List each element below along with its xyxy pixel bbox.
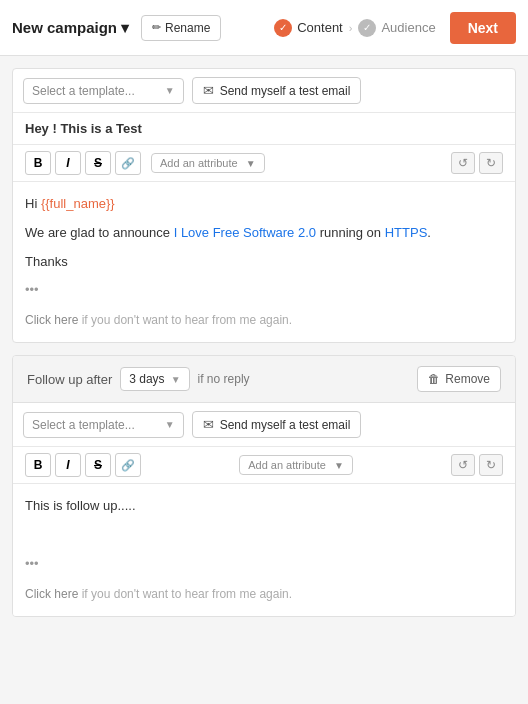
followup-template-arrow: ▼ <box>165 419 175 430</box>
email-block-1: Select a template... ▼ ✉ Send myself a t… <box>12 68 516 343</box>
email1-editor-toolbar: B I S 🔗 Add an attribute ▼ ↺ ↻ <box>13 145 515 182</box>
test-email-label-1: Send myself a test email <box>220 84 351 98</box>
trash-icon: 🗑 <box>428 372 440 386</box>
attribute-arrow-1: ▼ <box>246 158 256 169</box>
unsubscribe-text-1: if you don't want to hear from me again. <box>78 313 292 327</box>
email1-toolbar: Select a template... ▼ ✉ Send myself a t… <box>13 69 515 113</box>
undo-redo-2: ↺ ↻ <box>451 454 503 476</box>
undo-button-2[interactable]: ↺ <box>451 454 475 476</box>
attribute-arrow-2: ▼ <box>334 460 344 471</box>
followup-body-blank <box>25 525 503 546</box>
days-arrow: ▼ <box>171 374 181 385</box>
undo-redo-1: ↺ ↻ <box>451 152 503 174</box>
step-audience: ✓ Audience <box>358 19 435 37</box>
step-content: ✓ Content <box>274 19 343 37</box>
link-button-1[interactable]: 🔗 <box>115 151 141 175</box>
followup-unsubscribe: Click here if you don't want to hear fro… <box>25 585 503 604</box>
pencil-icon: ✏ <box>152 21 161 34</box>
template-select-arrow: ▼ <box>165 85 175 96</box>
email1-ellipsis: ••• <box>25 280 503 301</box>
email1-subject-text: Hey ! This is a Test <box>25 121 142 136</box>
envelope-icon-2: ✉ <box>203 417 214 432</box>
italic-button-2[interactable]: I <box>55 453 81 477</box>
unsubscribe-link-2[interactable]: Click here <box>25 587 78 601</box>
envelope-icon-1: ✉ <box>203 83 214 98</box>
strikethrough-button-2[interactable]: S <box>85 453 111 477</box>
email1-greeting: Hi {{full_name}} <box>25 194 503 215</box>
followup-template-select[interactable]: Select a template... ▼ <box>23 412 184 438</box>
strikethrough-button-1[interactable]: S <box>85 151 111 175</box>
unsubscribe-text-2: if you don't want to hear from me again. <box>78 587 292 601</box>
remove-label: Remove <box>445 372 490 386</box>
followup-email-block: Select a template... ▼ ✉ Send myself a t… <box>13 403 515 616</box>
rename-button[interactable]: ✏ Rename <box>141 15 221 41</box>
followup-body-line1: This is follow up..... <box>25 496 503 517</box>
attribute-placeholder-2: Add an attribute <box>248 459 326 471</box>
days-value: 3 days <box>129 372 164 386</box>
followup-ellipsis: ••• <box>25 554 503 575</box>
attribute-select-1[interactable]: Add an attribute ▼ <box>151 153 265 173</box>
test-email-button-2[interactable]: ✉ Send myself a test email <box>192 411 362 438</box>
test-email-label-2: Send myself a test email <box>220 418 351 432</box>
followup-email-toolbar: Select a template... ▼ ✉ Send myself a t… <box>13 403 515 447</box>
audience-check-icon: ✓ <box>358 19 376 37</box>
test-email-button-1[interactable]: ✉ Send myself a test email <box>192 77 362 104</box>
steps: ✓ Content › ✓ Audience Next <box>274 12 516 44</box>
followup-block: Follow up after 3 days ▼ if no reply 🗑 R… <box>12 355 516 617</box>
email1-thanks: Thanks <box>25 252 503 273</box>
content-step-label: Content <box>297 20 343 35</box>
followup-label: Follow up after <box>27 372 112 387</box>
redo-button-2[interactable]: ↻ <box>479 454 503 476</box>
followup-editor-toolbar: B I S 🔗 Add an attribute ▼ ↺ ↻ <box>13 447 515 484</box>
template-select-placeholder: Select a template... <box>32 84 135 98</box>
if-no-reply-text: if no reply <box>198 372 250 386</box>
attribute-select-2[interactable]: Add an attribute ▼ <box>239 455 353 475</box>
remove-button[interactable]: 🗑 Remove <box>417 366 501 392</box>
link-button-2[interactable]: 🔗 <box>115 453 141 477</box>
followup-email-body: This is follow up..... ••• Click here if… <box>13 484 515 616</box>
bold-button-2[interactable]: B <box>25 453 51 477</box>
email1-paragraph: We are glad to announce I Love Free Soft… <box>25 223 503 244</box>
campaign-title-text: New campaign <box>12 19 117 36</box>
followup-template-placeholder: Select a template... <box>32 418 135 432</box>
attribute-placeholder-1: Add an attribute <box>160 157 238 169</box>
main-content: Select a template... ▼ ✉ Send myself a t… <box>0 56 528 629</box>
redo-button-1[interactable]: ↻ <box>479 152 503 174</box>
email1-unsubscribe: Click here if you don't want to hear fro… <box>25 311 503 330</box>
campaign-title-chevron[interactable]: ▾ <box>121 19 129 37</box>
followup-header: Follow up after 3 days ▼ if no reply 🗑 R… <box>13 356 515 403</box>
rename-label: Rename <box>165 21 210 35</box>
undo-button-1[interactable]: ↺ <box>451 152 475 174</box>
days-select[interactable]: 3 days ▼ <box>120 367 189 391</box>
template-select-1[interactable]: Select a template... ▼ <box>23 78 184 104</box>
content-check-icon: ✓ <box>274 19 292 37</box>
step-arrow: › <box>349 22 353 34</box>
email1-subject: Hey ! This is a Test <box>13 113 515 145</box>
email1-body: Hi {{full_name}} We are glad to announce… <box>13 182 515 342</box>
unsubscribe-link-1[interactable]: Click here <box>25 313 78 327</box>
italic-button-1[interactable]: I <box>55 151 81 175</box>
audience-step-label: Audience <box>381 20 435 35</box>
header: New campaign ▾ ✏ Rename ✓ Content › ✓ Au… <box>0 0 528 56</box>
next-button[interactable]: Next <box>450 12 516 44</box>
campaign-title: New campaign ▾ <box>12 19 129 37</box>
bold-button-1[interactable]: B <box>25 151 51 175</box>
